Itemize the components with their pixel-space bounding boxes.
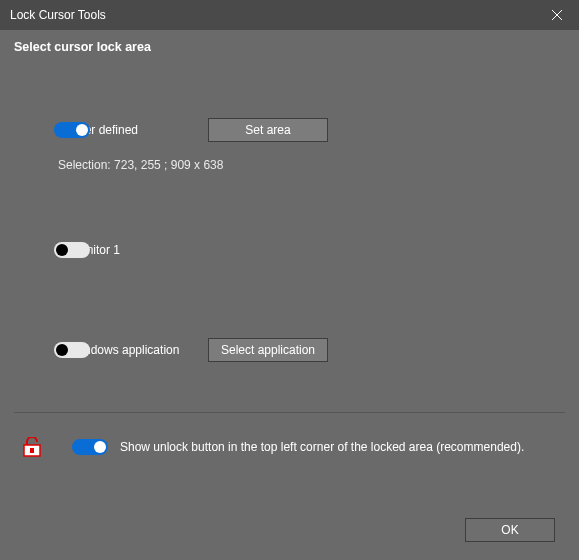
option-monitor: Monitor 1	[14, 242, 565, 258]
window-title: Lock Cursor Tools	[10, 8, 106, 22]
toggle-user-defined[interactable]	[54, 122, 90, 138]
toggle-monitor[interactable]	[54, 242, 90, 258]
select-application-button[interactable]: Select application	[208, 338, 328, 362]
unlock-icon	[22, 437, 42, 457]
svg-rect-3	[30, 448, 34, 453]
section-header: Select cursor lock area	[0, 30, 579, 62]
label-show-unlock: Show unlock button in the top left corne…	[108, 440, 524, 454]
titlebar: Lock Cursor Tools	[0, 0, 579, 30]
close-icon	[552, 10, 562, 20]
close-button[interactable]	[534, 0, 579, 30]
option-user-defined: User defined Set area Selection: 723, 25…	[14, 118, 565, 172]
unlock-option-row: Show unlock button in the top left corne…	[0, 413, 579, 457]
toggle-show-unlock[interactable]	[72, 439, 108, 455]
selection-readout: Selection: 723, 255 ; 909 x 638	[14, 158, 565, 172]
option-windows-app: Windows application Select application	[14, 338, 565, 362]
set-area-button[interactable]: Set area	[208, 118, 328, 142]
ok-button[interactable]: OK	[465, 518, 555, 542]
dialog-footer: OK	[465, 518, 555, 542]
toggle-windows-app[interactable]	[54, 342, 90, 358]
